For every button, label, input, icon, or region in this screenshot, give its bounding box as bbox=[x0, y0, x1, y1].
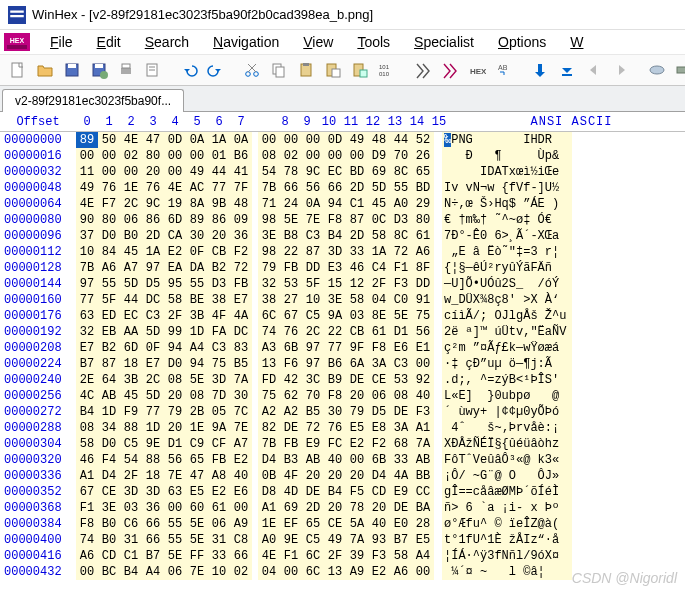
svg-rect-5 bbox=[7, 45, 27, 49]
svg-rect-10 bbox=[95, 64, 103, 68]
clipboard-icon[interactable] bbox=[294, 58, 318, 82]
svg-point-17 bbox=[246, 72, 251, 77]
table-row[interactable]: 0000014497555DD59555D3FB32535F15122FF3DD… bbox=[0, 276, 685, 292]
svg-text:010: 010 bbox=[379, 71, 390, 77]
hex-body[interactable]: 0000000089504E470D0A1A0A0000000D49484452… bbox=[0, 132, 685, 580]
svg-rect-8 bbox=[68, 64, 76, 68]
table-row[interactable]: 0000040074B03166555E31C8A09EC5497A93B7E5… bbox=[0, 532, 685, 548]
table-row[interactable]: 00000368F13E033600606100A1692D207820DEBA… bbox=[0, 500, 685, 516]
forward-icon[interactable] bbox=[609, 58, 633, 82]
goto-icon[interactable] bbox=[528, 58, 552, 82]
menu-view[interactable]: View bbox=[291, 30, 345, 54]
svg-rect-13 bbox=[122, 64, 130, 68]
table-row[interactable]: 00000336A1D42F187E47A8400B4F202020D44ABB… bbox=[0, 468, 685, 484]
menu-edit[interactable]: Edit bbox=[85, 30, 133, 54]
offset-header: Offset bbox=[0, 115, 76, 129]
undo-icon[interactable] bbox=[177, 58, 201, 82]
titlebar: WinHex - [v2-89f29181ec3023f5ba90f2b0cad… bbox=[0, 0, 685, 30]
svg-rect-24 bbox=[303, 63, 309, 66]
svg-text:HEX: HEX bbox=[470, 67, 486, 76]
svg-text:AB: AB bbox=[498, 64, 508, 71]
new-icon[interactable] bbox=[6, 58, 30, 82]
app-logo: HEX bbox=[4, 33, 30, 51]
table-row[interactable]: 0000043200BCB4A4067E100204006C13A9E2A600… bbox=[0, 564, 685, 580]
app-icon bbox=[8, 6, 26, 24]
svg-point-18 bbox=[254, 72, 259, 77]
paste-new-icon[interactable] bbox=[348, 58, 372, 82]
back-icon[interactable] bbox=[582, 58, 606, 82]
svg-rect-22 bbox=[276, 67, 284, 77]
table-row[interactable]: 00000416A6CDC1B75EFF33664EF16C2F39F358A4… bbox=[0, 548, 685, 564]
table-row[interactable]: 0000004849761E764EAC777F7B6656662D5D55BD… bbox=[0, 180, 685, 196]
table-row[interactable]: 0000035267CE3D3D63E5E2E6D84DDEB4F5CDE9CC… bbox=[0, 484, 685, 500]
table-row[interactable]: 0000000089504E470D0A1A0A0000000D49484452… bbox=[0, 132, 685, 148]
table-row[interactable]: 0000009637D0B02DCA3020363EB8C3B42D588C61… bbox=[0, 228, 685, 244]
find-text-icon[interactable] bbox=[411, 58, 435, 82]
find-hex-icon[interactable] bbox=[438, 58, 462, 82]
window-title: WinHex - [v2-89f29181ec3023f5ba90f2b0cad… bbox=[32, 7, 373, 22]
svg-rect-12 bbox=[121, 68, 131, 74]
table-row[interactable]: 0000030458D0C59ED1C9CFA77BFBE9FCE2F2687A… bbox=[0, 436, 685, 452]
file-tab[interactable]: v2-89f29181ec3023f5ba90f... bbox=[2, 89, 184, 112]
svg-point-11 bbox=[100, 71, 108, 79]
table-row[interactable]: 00000384F8B0C666555E06A91EEF65CE5A40E028… bbox=[0, 516, 685, 532]
table-row[interactable]: 0000019232EBAA5D991DFADC74762C22CB61D156… bbox=[0, 324, 685, 340]
svg-rect-28 bbox=[360, 70, 367, 77]
cut-icon[interactable] bbox=[240, 58, 264, 82]
table-row[interactable]: 00000208E7B26D0F94A4C383A36B97779FF8E6E1… bbox=[0, 340, 685, 356]
menu-navigation[interactable]: Navigation bbox=[201, 30, 291, 54]
table-row[interactable]: 000002402E643B2C085E3D7AFD423CB9DECE5392… bbox=[0, 372, 685, 388]
properties-icon[interactable] bbox=[141, 58, 165, 82]
table-row[interactable]: 000001287BA6A797EADAB27279FBDDE346C4F18F… bbox=[0, 260, 685, 276]
block-icon[interactable]: 101010 bbox=[375, 58, 399, 82]
table-row[interactable]: 00000080908006866D898609985E7EF8870CD380… bbox=[0, 212, 685, 228]
svg-rect-33 bbox=[538, 64, 542, 72]
disk-icon[interactable] bbox=[645, 58, 669, 82]
svg-rect-6 bbox=[12, 63, 22, 77]
table-row[interactable]: 0000001600000280000001B60802000000D97026… bbox=[0, 148, 685, 164]
table-row[interactable]: 000000644EF72C9C198A9B4871240A94C145A029… bbox=[0, 196, 685, 212]
save-icon[interactable] bbox=[60, 58, 84, 82]
menu-search[interactable]: Search bbox=[133, 30, 201, 54]
replace-icon[interactable]: AB bbox=[492, 58, 516, 82]
toolbar: 101010 HEX AB i bbox=[0, 54, 685, 86]
menu-options[interactable]: Options bbox=[486, 30, 558, 54]
search-again-icon[interactable]: HEX bbox=[465, 58, 489, 82]
svg-text:HEX: HEX bbox=[10, 37, 25, 44]
table-row[interactable]: 00000160775F44DC58BE38E73827103E5804C091… bbox=[0, 292, 685, 308]
copy-icon[interactable] bbox=[267, 58, 291, 82]
svg-rect-26 bbox=[332, 69, 340, 77]
redo-icon[interactable] bbox=[204, 58, 228, 82]
table-row[interactable]: 000002880834881D201E9A7E82DE7276E5E83AA1… bbox=[0, 420, 685, 436]
open-icon[interactable] bbox=[33, 58, 57, 82]
table-row[interactable]: 00000224B78718E7D09475B513F697B66A3AC300… bbox=[0, 356, 685, 372]
svg-point-35 bbox=[650, 66, 664, 74]
ram-icon[interactable] bbox=[672, 58, 685, 82]
table-row[interactable]: 0000017663EDECC32F3B4F4A6C67C59A038E5E75… bbox=[0, 308, 685, 324]
table-row[interactable]: 0000032046F454885665FBE2D4B3AB40006B33AB… bbox=[0, 452, 685, 468]
menu-tools[interactable]: Tools bbox=[345, 30, 402, 54]
menu-file[interactable]: File bbox=[38, 30, 85, 54]
table-row[interactable]: 000002564CAB455D20087D30756270F820060840… bbox=[0, 388, 685, 404]
goto-end-icon[interactable] bbox=[555, 58, 579, 82]
tabbar: v2-89f29181ec3023f5ba90f... bbox=[0, 86, 685, 112]
ascii-header: ANSI ASCII bbox=[450, 115, 685, 129]
paste-icon[interactable] bbox=[321, 58, 345, 82]
menubar: HEX FileEditSearchNavigationViewToolsSpe… bbox=[0, 30, 685, 54]
svg-text:101: 101 bbox=[379, 64, 390, 70]
svg-rect-2 bbox=[10, 15, 24, 17]
save-as-icon[interactable] bbox=[87, 58, 111, 82]
table-row[interactable]: 00000032110000200049444154789CECBD698C65… bbox=[0, 164, 685, 180]
print-icon[interactable] bbox=[114, 58, 138, 82]
table-row[interactable]: 00000272B41DF977792B057CA2A2B53079D5DEF3… bbox=[0, 404, 685, 420]
hex-header: Offset 0123456789101112131415 ANSI ASCII bbox=[0, 112, 685, 132]
table-row[interactable]: 000001121084451AE20FCBF29822873D331A72A6… bbox=[0, 244, 685, 260]
menu-w[interactable]: W bbox=[558, 30, 595, 54]
svg-rect-36 bbox=[677, 67, 685, 73]
menu-specialist[interactable]: Specialist bbox=[402, 30, 486, 54]
svg-rect-1 bbox=[10, 10, 24, 12]
